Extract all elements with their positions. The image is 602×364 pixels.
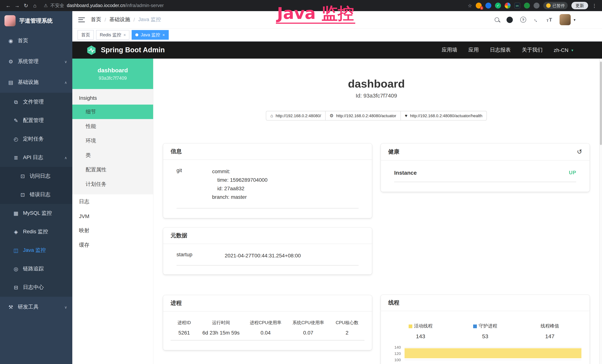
extension-icon-6[interactable] [524, 3, 530, 9]
sidebar-item-tools[interactable]: ⚒ 研发工具 ∨ [0, 297, 72, 317]
hamburger-icon[interactable] [78, 17, 85, 22]
sidebar-item-error-log[interactable]: ⊡ 错误日志 [0, 185, 72, 204]
browser-menu-icon[interactable]: ⋮ [592, 3, 597, 8]
sba-item-jvm[interactable]: JVM [72, 209, 153, 223]
forward-icon[interactable]: → [13, 3, 22, 9]
extension-icon-5[interactable]: on [514, 3, 520, 9]
sba-item-classes[interactable]: 类 [72, 148, 153, 162]
extension-icon-7[interactable] [534, 3, 539, 9]
breadcrumb-infra[interactable]: 基础设施 [109, 16, 130, 23]
sidebar-item-config[interactable]: ✎ 配置管理 [0, 111, 72, 130]
sba-app-id: 93a3fc7f7409 [99, 75, 127, 81]
scrollbar-thumb[interactable] [600, 62, 602, 145]
font-size-big: T [549, 17, 552, 23]
back-icon[interactable]: ← [4, 3, 13, 9]
help-icon[interactable]: ? [520, 17, 526, 23]
sidebar-item-access-log[interactable]: ⊡ 访问日志 [0, 167, 72, 185]
sba-item-scheduled-tasks[interactable]: 计划任务 [72, 177, 153, 191]
actuator-url-button[interactable]: ⚙ http://192.168.0.2:48080/actuator [325, 111, 401, 120]
process-table: 进程ID 运行时间 进程CPU使用率 系统CPU使用率 CPU核心数 5261 … [171, 320, 365, 341]
legend-value: 53 [482, 333, 488, 339]
search-icon[interactable] [495, 17, 499, 22]
sidebar-item-trace[interactable]: ◎ 链路追踪 [0, 260, 72, 278]
home-icon[interactable]: ⌂ [30, 3, 39, 9]
logo-avatar [4, 15, 16, 26]
url-path[interactable]: /infra/admin-server [125, 3, 164, 8]
mysql-icon: ▦ [13, 210, 19, 216]
sidebar-item-mysql[interactable]: ▦ MySQL 监控 [0, 204, 72, 223]
home-icon: ⌂ [270, 113, 273, 118]
info-row-git: git commit: time: 1596289704000 id: 27aa… [176, 167, 359, 208]
sba-sidebar: dashboard 93a3fc7f7409 Insights 细节 性能 环境… [72, 59, 153, 364]
sba-brand[interactable]: Spring Boot Admin [101, 46, 165, 54]
status-badge: UP [569, 170, 576, 175]
avatar[interactable] [559, 14, 571, 25]
sidebar-item-redis[interactable]: ◈ Redis 监控 [0, 223, 72, 241]
sba-item-config-props[interactable]: 配置属性 [72, 162, 153, 177]
process-value-row: 5261 6d 23h 15m 59s 0.04 0.07 2 [171, 329, 365, 340]
sba-item-details[interactable]: 细节 [72, 105, 153, 119]
history-icon[interactable]: ↺ [577, 148, 582, 156]
sba-item-environment[interactable]: 环境 [72, 134, 153, 148]
scrollbar-track[interactable] [599, 59, 602, 364]
tab-java-monitor[interactable]: Java 监控 × [132, 30, 169, 40]
breadcrumb-home[interactable]: 首页 [91, 16, 101, 23]
sba-item-caches[interactable]: 缓存 [72, 238, 153, 252]
github-icon[interactable] [506, 17, 513, 23]
health-instance-label: Instance [394, 170, 417, 176]
chevron-up-icon: ∧ [64, 80, 67, 84]
sba-nav-wallboard[interactable]: 应用墙 [442, 47, 457, 54]
chevron-up-icon: ∧ [64, 156, 67, 160]
service-url-button[interactable]: ⌂ http://192.168.0.2:48080/ [266, 111, 325, 120]
git-time-line: time: 1596289704000 [212, 176, 268, 184]
fullscreen-icon[interactable]: ↔ [532, 15, 540, 24]
sidebar-item-home[interactable]: ◉ 首页 [0, 30, 72, 51]
extension-icon-2[interactable] [485, 3, 491, 9]
sba-instance-header[interactable]: dashboard 93a3fc7f7409 [72, 59, 153, 89]
security-label[interactable]: 不安全 [50, 2, 64, 9]
paused-extension-chip[interactable]: 已暂停 [543, 2, 568, 9]
instance-links: ⌂ http://192.168.0.2:48080/ ⚙ http://192… [163, 111, 590, 120]
col-system-cpu: 系统CPU使用率 [287, 320, 330, 329]
sba-nav-language[interactable]: zh-CN [554, 47, 569, 53]
reload-icon[interactable]: ↻ [22, 3, 30, 9]
font-size-icon[interactable]: T T [547, 17, 552, 23]
sidebar-item-file[interactable]: ⧉ 文件管理 [0, 93, 72, 111]
threads-legend: 活动线程 143 守护进程 53 线程峰值 147 [388, 323, 582, 339]
close-icon[interactable]: × [162, 33, 165, 37]
app-logo[interactable]: 芋道管理系统 [0, 11, 72, 30]
bookmark-star-icon[interactable]: ☆ [468, 3, 472, 8]
extension-icon-3[interactable]: ✓ [495, 3, 501, 9]
sidebar-item-job[interactable]: ◴ 定时任务 [0, 130, 72, 148]
page-title: dashboard [163, 77, 590, 90]
sidebar-item-java[interactable]: ◫ Java 监控 [0, 241, 72, 260]
sba-item-logs[interactable]: 日志 [72, 194, 153, 209]
caret-down-icon[interactable]: ▾ [571, 48, 573, 52]
caret-down-icon[interactable]: ▾ [574, 18, 575, 22]
access-log-icon: ⊡ [19, 173, 26, 179]
browser-update-button[interactable]: 更新 [571, 2, 588, 9]
sidebar-item-system[interactable]: ⚙ 系统管理 ∨ [0, 51, 72, 72]
extension-icon-4[interactable] [505, 3, 511, 9]
tab-home[interactable]: 首页 [77, 30, 94, 40]
address-bar[interactable]: ⚠ 不安全 dashboard.yudao.iocoder.cn/infra/a… [44, 2, 164, 9]
url-host[interactable]: dashboard.yudao.iocoder.cn [67, 3, 125, 8]
health-url-button[interactable]: ♥ http://192.168.0.2:48080/actuator/heal… [400, 111, 487, 120]
extension-icon-1[interactable]: 1 [476, 3, 482, 9]
sba-nav-applications[interactable]: 应用 [469, 47, 479, 54]
sba-nav-about[interactable]: 关于我们 [522, 47, 543, 54]
sidebar-item-infra[interactable]: ▤ 基础设施 ∧ [0, 72, 72, 93]
sidebar-item-log-center[interactable]: ⊟ 日志中心 [0, 278, 72, 297]
sidebar-item-api-log[interactable]: ≣ API 日志 ∧ [0, 148, 72, 167]
tab-redis-monitor[interactable]: Redis 监控 × [96, 30, 129, 40]
api-log-icon: ≣ [13, 155, 19, 161]
close-icon[interactable]: × [123, 33, 126, 37]
sba-navbar: Spring Boot Admin 应用墙 应用 日志报表 关于我们 zh-CN… [72, 42, 602, 59]
health-row-instance[interactable]: Instance UP [394, 170, 576, 182]
sba-nav-journal[interactable]: 日志报表 [490, 47, 511, 54]
sba-item-mappings[interactable]: 映射 [72, 223, 153, 238]
redis-icon: ◈ [13, 229, 19, 235]
metadata-row-startup: startup 2021-04-27T00:44:31.254+08:00 [176, 251, 359, 266]
sba-item-metrics[interactable]: 性能 [72, 119, 153, 134]
legend-daemon-threads: 守护进程 53 [453, 323, 518, 339]
